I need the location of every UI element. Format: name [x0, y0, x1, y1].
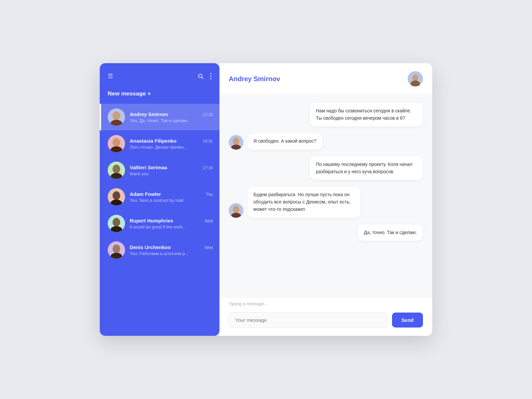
- contact-preview: thank you: [130, 171, 196, 176]
- contact-name-row: Valtteri Serimaa 17:16: [130, 165, 213, 170]
- contact-avatar: [108, 188, 125, 205]
- svg-point-3: [210, 75, 211, 77]
- svg-point-9: [113, 138, 120, 147]
- message-bubble: По нашему последнему проекту. Коля начал…: [310, 156, 423, 180]
- sidebar: ☰ New message +: [100, 63, 219, 336]
- menu-button[interactable]: ☰: [108, 72, 113, 80]
- contact-item-andrey-smirnov[interactable]: Andrey Smirnov 17:16 You: Да, точно. Так…: [100, 104, 219, 130]
- svg-point-24: [412, 74, 418, 81]
- contact-info: Adam Fowler Thu You: Sent a contract by …: [130, 191, 213, 203]
- contact-preview: It would be great if the work...: [130, 224, 196, 229]
- new-message-button[interactable]: New message +: [100, 86, 219, 104]
- sidebar-header-icons: [198, 73, 211, 79]
- contact-item-anastasia-filipenko[interactable]: Anastasia Filipenko 10:31 Лого готово. Д…: [100, 130, 219, 157]
- message-row-msg2: Я свободен. А какой вопрос?: [229, 133, 423, 150]
- app-container: ☰ New message +: [100, 63, 432, 336]
- message-row-msg5: Да, точно. Так и сделаю.: [229, 224, 423, 241]
- typing-label: Typing a message...: [219, 298, 432, 308]
- svg-point-2: [210, 73, 211, 74]
- contact-name: Andrey Smirnov: [130, 111, 168, 117]
- msg-avatar: [229, 135, 243, 150]
- contact-time: Wed: [205, 245, 213, 250]
- message-bubble: Нам надо бы созвониться сегодня в скайпе…: [310, 103, 423, 126]
- message-row-msg4: Будем разбираться. Но лучше пусть пока о…: [229, 187, 423, 217]
- contact-avatar: [108, 108, 125, 126]
- svg-point-18: [113, 218, 120, 226]
- contact-item-denis-urchenkoo[interactable]: Denis Urchenkoo Wed You: Работаем в штат…: [100, 237, 219, 263]
- contact-item-valtteri-serimaa[interactable]: Valtteri Serimaa 17:16 thank you: [100, 157, 219, 184]
- contact-avatar: [108, 162, 125, 179]
- svg-line-1: [201, 77, 203, 78]
- contact-info: Anastasia Filipenko 10:31 Лого готово. Д…: [130, 138, 213, 150]
- contact-time: 17:16: [203, 166, 213, 170]
- search-button[interactable]: [198, 73, 203, 79]
- contact-info: Denis Urchenkoo Wed You: Работаем в штат…: [130, 244, 213, 256]
- msg-avatar: [229, 203, 243, 218]
- chat-header-avatar: [408, 71, 423, 86]
- svg-point-36: [233, 205, 239, 213]
- contact-preview: You: Sent a contract by mail: [130, 198, 196, 203]
- contact-item-adam-fowler[interactable]: Adam Fowler Thu You: Sent a contract by …: [100, 184, 219, 210]
- message-row-msg1: Нам надо бы созвониться сегодня в скайпе…: [229, 103, 423, 126]
- contact-name-row: Adam Fowler Thu: [130, 191, 213, 197]
- contact-preview: You: Работаем в штатном р...: [130, 251, 196, 256]
- hamburger-icon: ☰: [108, 72, 113, 80]
- contact-preview: Лого готово. Делаю презен...: [130, 145, 196, 150]
- contact-time: 10:31: [203, 139, 213, 144]
- contact-item-rupert-humphries[interactable]: Rupert Humphries Wed It would be great i…: [100, 210, 219, 237]
- svg-point-21: [113, 244, 120, 253]
- search-icon: [198, 73, 203, 79]
- svg-point-4: [210, 78, 211, 79]
- contact-info: Andrey Smirnov 17:16 You: Да, точно. Так…: [130, 111, 213, 123]
- message-bubble: Да, точно. Так и сделаю.: [358, 224, 423, 241]
- contact-avatar: [108, 135, 125, 152]
- svg-point-30: [233, 138, 239, 145]
- message-input[interactable]: [229, 312, 387, 328]
- contact-avatar: [108, 215, 125, 232]
- more-icon: [210, 73, 211, 79]
- message-bubble: Будем разбираться. Но лучше пусть пока о…: [247, 187, 360, 217]
- contact-time: Thu: [206, 192, 213, 197]
- more-button[interactable]: [210, 73, 211, 79]
- contact-avatar: [108, 241, 125, 259]
- contact-info: Rupert Humphries Wed It would be great i…: [130, 218, 213, 229]
- contact-name-row: Andrey Smirnov 17:16: [130, 111, 213, 117]
- contact-name: Denis Urchenkoo: [130, 244, 171, 250]
- messages-area: Нам надо бы созвониться сегодня в скайпе…: [219, 95, 432, 298]
- svg-point-15: [113, 191, 120, 200]
- contact-name-row: Rupert Humphries Wed: [130, 218, 213, 223]
- contact-preview: You: Да, точно. Так и сделаю.: [130, 118, 196, 123]
- contact-name: Adam Fowler: [130, 191, 161, 197]
- contact-time: 17:16: [203, 112, 213, 117]
- svg-point-6: [113, 111, 120, 120]
- avatar-face: [408, 71, 423, 86]
- contact-name: Valtteri Serimaa: [130, 165, 167, 170]
- contact-time: Wed: [205, 219, 213, 223]
- send-button[interactable]: Send: [392, 313, 423, 328]
- message-bubble: Я свободен. А какой вопрос?: [247, 133, 322, 150]
- chat-header: Andrey Smirnov: [219, 63, 432, 95]
- sidebar-header: ☰: [100, 63, 219, 86]
- chat-panel: Andrey Smirnov Нам надо бы созвониться с…: [219, 63, 432, 336]
- message-row-msg3: По нашему последнему проекту. Коля начал…: [229, 156, 423, 180]
- contact-name-row: Denis Urchenkoo Wed: [130, 244, 213, 250]
- chat-header-name: Andrey Smirnov: [229, 75, 280, 83]
- contact-info: Valtteri Serimaa 17:16 thank you: [130, 165, 213, 176]
- contact-name: Anastasia Filipenko: [130, 138, 177, 144]
- contact-name: Rupert Humphries: [130, 218, 173, 223]
- chat-input-area: Send: [219, 308, 432, 336]
- svg-point-12: [113, 165, 120, 173]
- contact-list: Andrey Smirnov 17:16 You: Да, точно. Так…: [100, 104, 219, 336]
- contact-name-row: Anastasia Filipenko 10:31: [130, 138, 213, 144]
